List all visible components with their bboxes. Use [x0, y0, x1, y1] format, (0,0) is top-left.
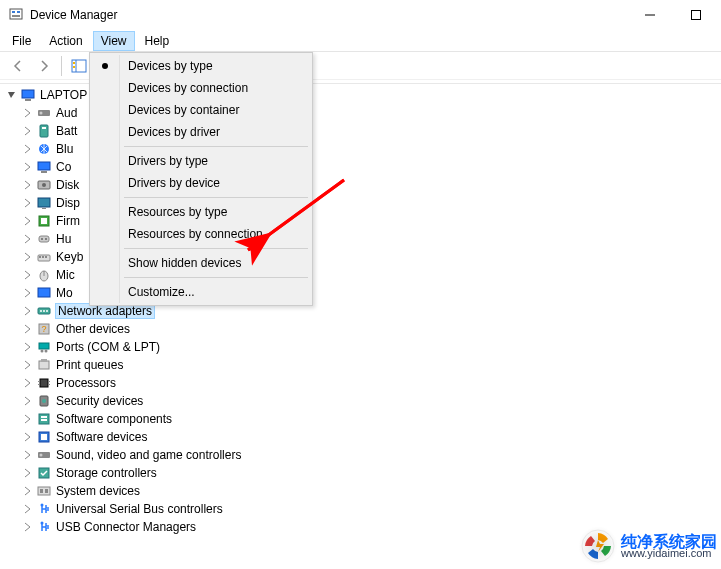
maximize-button[interactable] [673, 0, 719, 30]
chevron-right-icon[interactable] [22, 233, 34, 245]
tree-node[interactable]: Software components [6, 410, 721, 428]
menu-label: Drivers by type [128, 154, 208, 168]
device-category-icon [36, 231, 52, 247]
chevron-right-icon[interactable] [22, 287, 34, 299]
device-category-icon [36, 375, 52, 391]
node-label: Software devices [56, 430, 147, 444]
view-devices-by-connection[interactable]: Devices by connection [92, 77, 310, 99]
view-devices-by-container[interactable]: Devices by container [92, 99, 310, 121]
menu-file[interactable]: File [4, 31, 39, 51]
chevron-right-icon[interactable] [22, 341, 34, 353]
svg-rect-64 [40, 489, 43, 493]
view-customize[interactable]: Customize... [92, 281, 310, 303]
chevron-right-icon[interactable] [22, 251, 34, 263]
device-category-icon [36, 411, 52, 427]
tree-node[interactable]: Print queues [6, 356, 721, 374]
svg-rect-50 [38, 384, 40, 385]
svg-rect-19 [38, 162, 50, 170]
svg-point-54 [42, 399, 46, 403]
device-category-icon [36, 195, 52, 211]
node-label: Software components [56, 412, 172, 426]
node-label: Other devices [56, 322, 130, 336]
menu-help[interactable]: Help [137, 31, 178, 51]
tree-node[interactable]: Universal Serial Bus controllers [6, 500, 721, 518]
svg-rect-52 [48, 384, 50, 385]
tree-node[interactable]: System devices [6, 482, 721, 500]
chevron-right-icon[interactable] [22, 197, 34, 209]
svg-point-29 [45, 238, 47, 240]
chevron-right-icon[interactable] [22, 449, 34, 461]
chevron-right-icon[interactable] [22, 467, 34, 479]
menu-label: Resources by type [128, 205, 227, 219]
view-resources-by-type[interactable]: Resources by type [92, 201, 310, 223]
chevron-right-icon[interactable] [22, 323, 34, 335]
svg-point-66 [41, 504, 44, 507]
tree-node[interactable]: ?Other devices [6, 320, 721, 338]
svg-rect-24 [42, 208, 46, 209]
chevron-right-icon[interactable] [22, 125, 34, 137]
chevron-right-icon[interactable] [22, 143, 34, 155]
menu-label: Resources by connection [128, 227, 263, 241]
device-category-icon: ? [36, 321, 52, 337]
view-devices-by-driver[interactable]: Devices by driver [92, 121, 310, 143]
chevron-down-icon[interactable] [6, 89, 18, 101]
tree-node[interactable]: Storage controllers [6, 464, 721, 482]
svg-rect-20 [41, 171, 47, 173]
device-category-icon [36, 393, 52, 409]
svg-point-45 [45, 350, 48, 353]
window-controls [627, 0, 719, 30]
menu-label: Devices by container [128, 103, 239, 117]
tree-node[interactable]: Processors [6, 374, 721, 392]
chevron-right-icon[interactable] [22, 503, 34, 515]
node-label: Network adapters [56, 304, 154, 318]
svg-point-22 [42, 183, 46, 187]
svg-rect-56 [41, 416, 47, 418]
chevron-right-icon[interactable] [22, 521, 34, 533]
svg-rect-2 [17, 11, 20, 13]
svg-rect-9 [73, 66, 75, 68]
view-resources-by-connection[interactable]: Resources by connection [92, 223, 310, 245]
device-category-icon [36, 429, 52, 445]
chevron-right-icon[interactable] [22, 395, 34, 407]
chevron-right-icon[interactable] [22, 107, 34, 119]
minimize-button[interactable] [627, 0, 673, 30]
chevron-right-icon[interactable] [22, 377, 34, 389]
svg-rect-26 [41, 218, 47, 224]
chevron-right-icon[interactable] [22, 359, 34, 371]
svg-rect-17 [42, 127, 46, 129]
view-drivers-by-type[interactable]: Drivers by type [92, 150, 310, 172]
chevron-right-icon[interactable] [22, 431, 34, 443]
chevron-right-icon[interactable] [22, 269, 34, 281]
chevron-right-icon[interactable] [22, 305, 34, 317]
back-button[interactable] [6, 55, 30, 77]
tree-node[interactable]: Ports (COM & LPT) [6, 338, 721, 356]
chevron-right-icon[interactable] [22, 413, 34, 425]
device-manager-icon [8, 7, 24, 23]
view-show-hidden-devices[interactable]: Show hidden devices [92, 252, 310, 274]
menu-action[interactable]: Action [41, 31, 90, 51]
device-category-icon [36, 177, 52, 193]
tree-node[interactable]: Security devices [6, 392, 721, 410]
menu-view[interactable]: View [93, 31, 135, 51]
menu-label: Devices by connection [128, 81, 248, 95]
node-label: Storage controllers [56, 466, 157, 480]
node-label: Disp [56, 196, 80, 210]
node-label: Sound, video and game controllers [56, 448, 241, 462]
chevron-right-icon[interactable] [22, 161, 34, 173]
tree-node[interactable]: Software devices [6, 428, 721, 446]
chevron-right-icon[interactable] [22, 485, 34, 497]
node-label: Mo [56, 286, 73, 300]
menu-label: Devices by type [128, 59, 213, 73]
view-devices-by-type[interactable]: Devices by type [92, 55, 310, 77]
device-category-icon [36, 501, 52, 517]
node-label: Ports (COM & LPT) [56, 340, 160, 354]
chevron-right-icon[interactable] [22, 215, 34, 227]
svg-rect-1 [12, 11, 15, 13]
forward-button[interactable] [32, 55, 56, 77]
svg-point-44 [41, 350, 44, 353]
show-tree-button[interactable] [67, 55, 91, 77]
menubar: File Action View Help [0, 30, 721, 52]
view-drivers-by-device[interactable]: Drivers by device [92, 172, 310, 194]
tree-node[interactable]: Sound, video and game controllers [6, 446, 721, 464]
chevron-right-icon[interactable] [22, 179, 34, 191]
